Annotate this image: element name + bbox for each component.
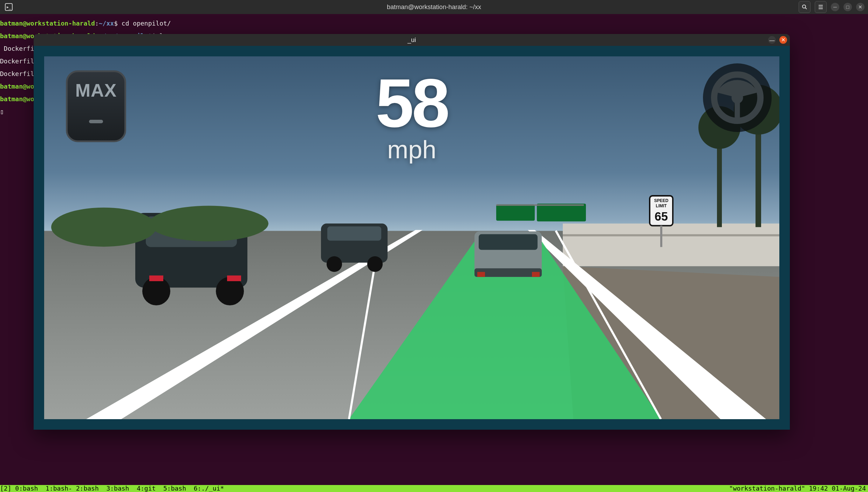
cmd-text: cd openpilot/ (122, 20, 171, 27)
svg-rect-19 (496, 205, 535, 221)
svg-point-32 (51, 208, 156, 247)
ui-window-titlebar[interactable]: _ui — ✕ (34, 34, 790, 46)
road-camera-view: SPEED LIMIT 65 MAX (44, 56, 779, 419)
hud-steering-wheel-button[interactable] (703, 63, 772, 132)
maximize-icon[interactable]: □ (843, 3, 852, 11)
svg-rect-8 (532, 272, 540, 277)
svg-text:SPEED: SPEED (654, 198, 669, 203)
prompt-path: ~/xx (99, 20, 114, 27)
hud-max-speed-box[interactable]: MAX (66, 70, 126, 142)
tmux-status-bar[interactable]: [2] 0:bash 1:bash- 2:bash 3:bash 4:git 5… (0, 485, 868, 492)
svg-rect-5 (479, 234, 538, 250)
gnome-headerbar: ▸_ batman@workstation-harald: ~/xx ─ □ ✕ (0, 0, 868, 14)
ui-minimize-icon[interactable]: — (768, 36, 776, 44)
cursor: ▯ (0, 108, 4, 115)
hud-max-label: MAX (75, 81, 117, 99)
hud-speed: 58 mph (376, 75, 448, 164)
svg-point-31 (149, 206, 268, 242)
minimize-icon[interactable]: ─ (831, 3, 839, 11)
svg-rect-14 (227, 276, 241, 281)
steering-wheel-icon (711, 71, 764, 124)
svg-rect-2 (563, 234, 779, 236)
hud-speed-value: 58 (376, 75, 448, 132)
svg-rect-7 (477, 272, 485, 277)
svg-rect-16 (327, 226, 381, 241)
hamburger-icon[interactable] (815, 1, 827, 13)
close-icon[interactable]: ✕ (856, 3, 864, 11)
svg-rect-35 (735, 98, 740, 120)
concrete-barrier (563, 223, 779, 266)
svg-point-17 (327, 256, 342, 272)
svg-rect-26 (660, 226, 662, 247)
svg-point-18 (367, 256, 383, 272)
svg-rect-13 (149, 276, 163, 281)
svg-text:LIMIT: LIMIT (656, 203, 667, 208)
svg-point-0 (802, 5, 806, 8)
lead-vehicle (474, 231, 542, 277)
svg-rect-20 (537, 203, 586, 221)
ui-close-icon[interactable]: ✕ (779, 36, 787, 44)
tmux-left: [2] 0:bash 1:bash- 2:bash 3:bash 4:git 5… (0, 485, 224, 492)
ui-app-window: _ui — ✕ (34, 34, 790, 430)
ui-window-title: _ui (408, 36, 416, 44)
prompt-user: batman@workstation-harald (0, 20, 95, 27)
svg-text:65: 65 (655, 210, 668, 223)
hud-max-value-dash (89, 120, 103, 123)
ui-canvas: SPEED LIMIT 65 MAX (34, 46, 790, 430)
svg-rect-21 (496, 205, 584, 206)
search-icon[interactable] (799, 1, 811, 13)
terminal-app-icon: ▸_ (5, 3, 13, 11)
overhead-signs (496, 203, 586, 221)
tmux-right: "workstation-harald" 19:42 01-Aug-24 (729, 485, 868, 492)
svg-line-1 (805, 8, 807, 9)
vehicle-midleft (321, 223, 388, 272)
window-title: batman@workstation-harald: ~/xx (387, 4, 481, 11)
